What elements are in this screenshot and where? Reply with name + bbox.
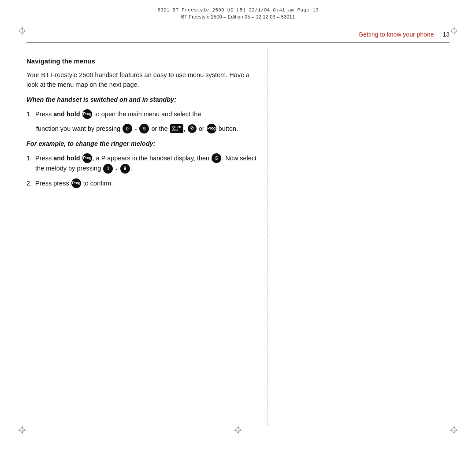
- header-subtitle: BT Freestyle 2500 – Edition 05 – 12.12.0…: [181, 14, 295, 19]
- ex-step-1: 1. Press and hold Prog, a P appears in t…: [26, 153, 257, 174]
- zero-button-icon: 0: [123, 124, 132, 133]
- reg-mark-bottom-left: [18, 426, 26, 434]
- step-1-bold: and hold: [53, 111, 80, 118]
- call-button-icon: ✆: [188, 124, 197, 133]
- continuation-line: function you want by pressing 0 - 9 or t…: [26, 124, 257, 134]
- prog-button-icon: Prog: [82, 109, 92, 119]
- ex-step-2: 2. Press press Prog to confirm.: [26, 178, 257, 189]
- five-button-icon: 5: [212, 153, 221, 163]
- step-1-text: Press and hold Prog to open the main men…: [35, 109, 257, 119]
- ex-step-1-number: 1.: [26, 153, 32, 163]
- quick-dial-button-icon: Quickdial: [170, 124, 183, 133]
- nine-button-icon: 9: [139, 124, 149, 133]
- reg-mark-bottom-center: [234, 426, 242, 434]
- prog-button-icon-2: Prog: [207, 124, 216, 133]
- step-1-number: 1.: [26, 109, 32, 119]
- ex-prog-button-icon-2: Prog: [71, 178, 81, 188]
- page-number: 13: [443, 31, 450, 38]
- header-top-line: 5301 BT Freestyle 2500 UG [5] 22/1/04 8:…: [157, 7, 319, 13]
- right-column: [268, 48, 450, 426]
- intro-paragraph: Your BT Freestyle 2500 handset features …: [26, 70, 257, 90]
- page-header-area: 5301 BT Freestyle 2500 UG [5] 22/1/04 8:…: [0, 0, 476, 26]
- reg-mark-bottom-right: [450, 426, 458, 434]
- ex-prog-button-icon: Prog: [82, 153, 92, 163]
- content-area: Navigating the menus Your BT Freestyle 2…: [26, 48, 450, 426]
- example-heading: For example, to change the ringer melody…: [26, 140, 257, 147]
- ex-step-1-bold: and hold: [53, 155, 80, 162]
- ex-step-2-text: Press press Prog to confirm.: [35, 178, 257, 189]
- nine-button-icon-2: 9: [120, 164, 130, 174]
- standby-heading: When the handset is switched on and in s…: [26, 96, 257, 103]
- reg-mark-top-right: [450, 26, 458, 35]
- section-title: Navigating the menus: [26, 57, 257, 65]
- left-column: Navigating the menus Your BT Freestyle 2…: [26, 48, 268, 426]
- reg-mark-top-left: [18, 26, 26, 35]
- section-label: Getting to know your phone: [358, 31, 434, 38]
- ex-dash-icon: -: [115, 166, 117, 172]
- ex-step-1-text: Press and hold Prog, a P appears in the …: [35, 153, 257, 174]
- step-1: 1. Press and hold Prog to open the main …: [26, 109, 257, 119]
- dash-icon: -: [135, 126, 137, 132]
- section-header: Getting to know your phone 13: [26, 31, 450, 43]
- ex-step-2-number: 2.: [26, 178, 32, 188]
- one-button-icon: 1: [103, 164, 113, 174]
